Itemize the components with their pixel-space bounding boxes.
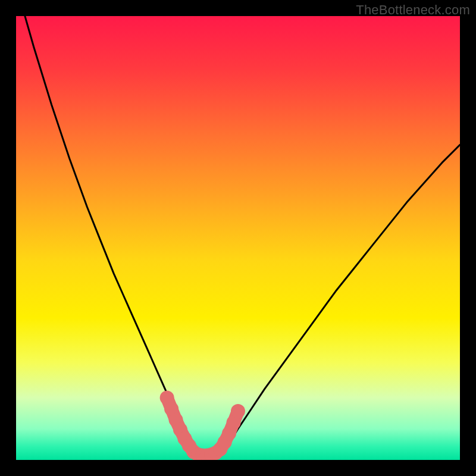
chart-svg <box>16 16 460 460</box>
chart-frame: TheBottleneck.com <box>0 0 476 476</box>
chart-background <box>16 16 460 460</box>
svg-point-16 <box>231 404 245 418</box>
watermark-text: TheBottleneck.com <box>356 2 470 18</box>
chart-plot-area <box>16 16 460 460</box>
